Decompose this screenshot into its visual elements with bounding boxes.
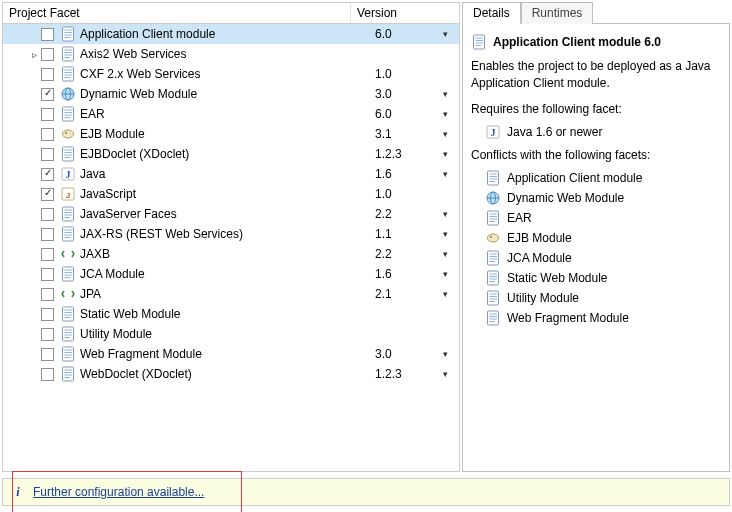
conflicts-item-label: EJB Module <box>507 231 572 245</box>
column-header-name[interactable]: Project Facet <box>3 3 351 23</box>
facet-name: Dynamic Web Module <box>80 87 371 101</box>
page-icon <box>60 66 76 82</box>
facet-row[interactable]: EJBDoclet (XDoclet)1.2.3▾ <box>3 144 459 164</box>
svg-rect-84 <box>488 211 499 225</box>
version-dropdown-icon[interactable]: ▾ <box>431 289 459 299</box>
further-config-link[interactable]: Further configuration available... <box>33 485 204 499</box>
details-panel: Details Runtimes Application Client modu… <box>462 2 730 472</box>
further-config-bar: i Further configuration available... <box>2 478 730 506</box>
page-icon <box>60 106 76 122</box>
page-icon <box>485 270 501 286</box>
facet-name: WebDoclet (XDoclet) <box>80 367 371 381</box>
facet-row[interactable]: Utility Module <box>3 324 459 344</box>
page-icon <box>485 250 501 266</box>
version-dropdown-icon[interactable]: ▾ <box>431 129 459 139</box>
facet-checkbox[interactable] <box>41 268 54 281</box>
facet-row[interactable]: EAR6.0▾ <box>3 104 459 124</box>
facet-row[interactable]: CXF 2.x Web Services1.0 <box>3 64 459 84</box>
facet-row[interactable]: JJavaScript1.0 <box>3 184 459 204</box>
facet-row[interactable]: EJB Module3.1▾ <box>3 124 459 144</box>
facet-name: JavaScript <box>80 187 371 201</box>
page-icon <box>60 206 76 222</box>
version-dropdown-icon[interactable]: ▾ <box>431 229 459 239</box>
svg-rect-69 <box>474 35 485 49</box>
version-dropdown-icon[interactable]: ▾ <box>431 109 459 119</box>
page-icon <box>60 146 76 162</box>
facet-version: 6.0 <box>371 27 431 41</box>
details-title: Application Client module 6.0 <box>471 34 721 50</box>
facet-checkbox[interactable] <box>41 168 54 181</box>
facet-row[interactable]: JAXB2.2▾ <box>3 244 459 264</box>
version-dropdown-icon[interactable]: ▾ <box>431 349 459 359</box>
facet-row[interactable]: JCA Module1.6▾ <box>3 264 459 284</box>
svg-rect-101 <box>488 291 499 305</box>
facet-version: 1.1 <box>371 227 431 241</box>
version-dropdown-icon[interactable]: ▾ <box>431 169 459 179</box>
version-dropdown-icon[interactable]: ▾ <box>431 249 459 259</box>
facet-checkbox[interactable] <box>41 228 54 241</box>
facet-checkbox[interactable] <box>41 48 54 61</box>
facets-list[interactable]: Application Client module6.0▾▹Axis2 Web … <box>3 24 459 471</box>
facet-checkbox[interactable] <box>41 188 54 201</box>
tab-runtimes[interactable]: Runtimes <box>521 2 594 24</box>
bean-icon <box>485 230 501 246</box>
facet-name: Application Client module <box>80 27 371 41</box>
page-icon <box>471 34 487 50</box>
facet-checkbox[interactable] <box>41 208 54 221</box>
details-title-text: Application Client module 6.0 <box>493 35 661 49</box>
facet-name: Web Fragment Module <box>80 347 371 361</box>
conflicts-item: Application Client module <box>485 168 721 188</box>
facet-row[interactable]: JavaServer Faces2.2▾ <box>3 204 459 224</box>
facet-checkbox[interactable] <box>41 28 54 41</box>
facet-checkbox[interactable] <box>41 308 54 321</box>
facet-checkbox[interactable] <box>41 68 54 81</box>
details-body: Application Client module 6.0 Enables th… <box>462 23 730 472</box>
facet-row[interactable]: JPA2.1▾ <box>3 284 459 304</box>
tab-details[interactable]: Details <box>462 2 521 24</box>
facet-checkbox[interactable] <box>41 88 54 101</box>
facet-row[interactable]: JJava1.6▾ <box>3 164 459 184</box>
version-dropdown-icon[interactable]: ▾ <box>431 369 459 379</box>
facet-row[interactable]: ▹Axis2 Web Services <box>3 44 459 64</box>
facet-version: 6.0 <box>371 107 431 121</box>
facet-checkbox[interactable] <box>41 128 54 141</box>
facet-row[interactable]: Dynamic Web Module3.0▾ <box>3 84 459 104</box>
facet-name: Axis2 Web Services <box>80 47 371 61</box>
facet-checkbox[interactable] <box>41 288 54 301</box>
facet-name: EJB Module <box>80 127 371 141</box>
facet-name: JCA Module <box>80 267 371 281</box>
facet-version: 3.0 <box>371 347 431 361</box>
column-header-version[interactable]: Version <box>351 3 459 23</box>
page-icon <box>60 326 76 342</box>
facet-row[interactable]: JAX-RS (REST Web Services)1.1▾ <box>3 224 459 244</box>
version-dropdown-icon[interactable]: ▾ <box>431 29 459 39</box>
expander-icon[interactable]: ▹ <box>27 49 41 60</box>
version-dropdown-icon[interactable]: ▾ <box>431 209 459 219</box>
svg-rect-106 <box>488 311 499 325</box>
page-icon <box>485 170 501 186</box>
version-dropdown-icon[interactable]: ▾ <box>431 149 459 159</box>
svg-point-90 <box>490 236 492 238</box>
svg-rect-5 <box>63 47 74 61</box>
facet-version: 1.6 <box>371 167 431 181</box>
facet-checkbox[interactable] <box>41 328 54 341</box>
tag-icon <box>60 286 76 302</box>
svg-rect-0 <box>63 27 74 41</box>
facet-checkbox[interactable] <box>41 368 54 381</box>
facet-version: 1.2.3 <box>371 147 431 161</box>
facet-row[interactable]: Web Fragment Module3.0▾ <box>3 344 459 364</box>
facet-checkbox[interactable] <box>41 108 54 121</box>
facet-checkbox[interactable] <box>41 148 54 161</box>
facet-checkbox[interactable] <box>41 348 54 361</box>
svg-rect-34 <box>63 207 74 221</box>
facet-row[interactable]: Application Client module6.0▾ <box>3 24 459 44</box>
facet-name: JAX-RS (REST Web Services) <box>80 227 371 241</box>
svg-rect-54 <box>63 327 74 341</box>
facet-row[interactable]: Static Web Module <box>3 304 459 324</box>
facet-checkbox[interactable] <box>41 248 54 261</box>
facet-row[interactable]: WebDoclet (XDoclet)1.2.3▾ <box>3 364 459 384</box>
version-dropdown-icon[interactable]: ▾ <box>431 269 459 279</box>
version-dropdown-icon[interactable]: ▾ <box>431 89 459 99</box>
facet-name: CXF 2.x Web Services <box>80 67 371 81</box>
j-icon: J <box>60 166 76 182</box>
